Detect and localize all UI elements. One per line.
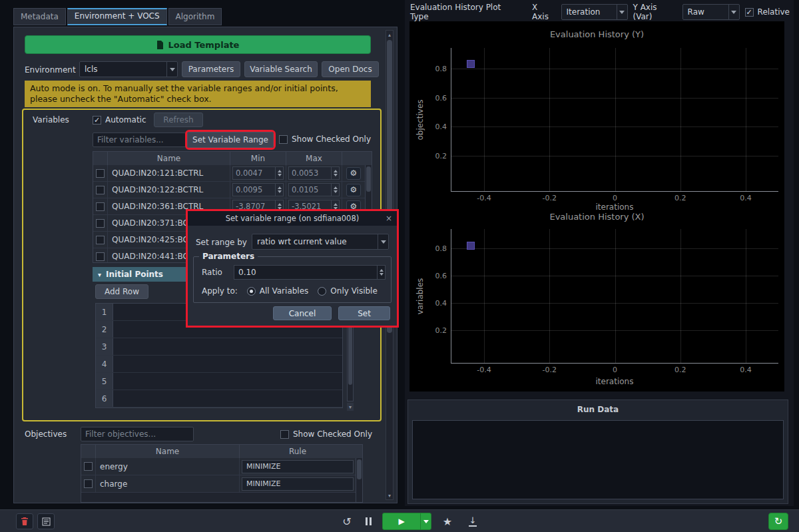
parameters-groupbox: Parameters Ratio Apply to: All Variables… [193, 256, 392, 303]
bottom-toolbar: ↺ ▶ ★ ↓ ↻ [0, 509, 799, 532]
spinner-buttons[interactable] [377, 266, 385, 279]
filter-variables-input[interactable] [93, 133, 194, 147]
favorite-button[interactable]: ★ [439, 513, 455, 529]
variables-row[interactable]: QUAD:IN20:122:BCTRL 0.0095 0.0105 ⚙ [93, 182, 372, 198]
row-checkbox[interactable] [96, 202, 105, 211]
spin-down-icon[interactable] [278, 190, 282, 193]
add-row-button[interactable]: Add Row [95, 284, 148, 299]
ratio-input[interactable] [234, 266, 377, 279]
set-range-by-select[interactable]: ratio wrt current value [252, 234, 389, 250]
environment-select[interactable]: lcls [79, 61, 178, 77]
initial-point-cell[interactable] [113, 338, 342, 355]
rule-select[interactable]: MINIMIZE [242, 477, 354, 491]
pause-button[interactable] [361, 513, 376, 529]
sync-icon: ↻ [774, 515, 783, 527]
scroll-up-arrow[interactable]: ▴ [386, 31, 393, 39]
environment-value: lcls [80, 62, 166, 77]
initial-point-cell[interactable] [113, 356, 342, 372]
spin-up-icon[interactable] [380, 269, 384, 272]
initial-point-cell[interactable] [113, 390, 342, 407]
max-spinbox[interactable]: 0.0105 [288, 183, 340, 196]
set-button[interactable]: Set [338, 306, 390, 320]
delete-run-button[interactable] [16, 513, 33, 529]
load-template-button[interactable]: Load Template [25, 35, 371, 54]
spin-down-icon[interactable] [278, 174, 282, 176]
cancel-button[interactable]: Cancel [273, 306, 332, 320]
row-checkbox[interactable] [96, 236, 105, 244]
spin-up-icon[interactable] [278, 186, 282, 189]
row-checkbox[interactable] [96, 186, 105, 194]
row-checkbox[interactable] [96, 169, 105, 178]
spin-down-icon[interactable] [334, 174, 338, 176]
logbook-button[interactable] [37, 513, 55, 529]
spin-up-icon[interactable] [278, 170, 282, 172]
y-axis-select[interactable]: Raw [682, 4, 740, 20]
initial-points-row[interactable]: 5 [96, 373, 342, 390]
spinner-buttons[interactable] [331, 167, 339, 179]
spin-down-icon[interactable] [334, 190, 338, 193]
relative-checkbox[interactable]: ✓ [745, 8, 754, 17]
spin-up-icon[interactable] [278, 203, 282, 206]
scroll-down-arrow[interactable]: ▾ [386, 491, 393, 499]
variable-settings-button[interactable]: ⚙ [346, 184, 361, 196]
variable-settings-button[interactable]: ⚙ [346, 167, 361, 180]
objectives-table-scrollbar[interactable] [356, 458, 362, 502]
initial-points-row[interactable]: 6 [96, 390, 342, 407]
all-variables-radio[interactable] [247, 287, 256, 296]
filter-objectives-input[interactable] [81, 427, 194, 441]
initial-points-row[interactable]: 3 [96, 338, 342, 356]
automatic-checkbox[interactable]: ✓ [93, 116, 101, 125]
scroll-down-arrow[interactable]: ▾ [347, 403, 354, 411]
show-checked-only-checkbox[interactable] [280, 430, 289, 439]
min-spinbox[interactable]: 0.0095 [232, 183, 284, 196]
tab-algorithm[interactable]: Algorithm [168, 8, 222, 25]
spin-up-icon[interactable] [334, 170, 338, 172]
max-spinbox[interactable]: 0.0053 [288, 166, 340, 180]
gridline-vertical [746, 48, 746, 191]
spinner-buttons[interactable] [275, 184, 283, 196]
set-variable-range-button[interactable]: Set Variable Range [187, 132, 274, 148]
x-axis-select[interactable]: Iteration [561, 4, 628, 20]
objectives-row[interactable]: energy MINIMIZE [81, 458, 362, 475]
tab-metadata[interactable]: Metadata [13, 8, 66, 25]
refresh-button[interactable]: Refresh [154, 113, 203, 127]
open-docs-button[interactable]: Open Docs [322, 61, 379, 77]
min-spinbox[interactable]: 0.0047 [232, 166, 284, 180]
spin-up-icon[interactable] [334, 186, 338, 189]
rule-select[interactable]: MINIMIZE [242, 460, 354, 473]
ratio-spinbox[interactable] [234, 265, 386, 280]
gridline-vertical [680, 229, 681, 363]
tab-bar: Metadata Environment + VOCS Algorithm [13, 8, 222, 25]
spinner-buttons[interactable] [275, 167, 283, 179]
chevron-down-icon [378, 234, 388, 249]
spin-up-icon[interactable] [334, 203, 338, 206]
run-data-section: Run Data [407, 399, 788, 504]
initial-points-row[interactable]: 4 [96, 356, 342, 373]
check-icon: ✓ [746, 9, 752, 16]
objectives-row[interactable]: charge MINIMIZE [81, 475, 362, 493]
sync-button[interactable]: ↻ [768, 513, 788, 530]
close-icon[interactable]: × [386, 211, 392, 226]
run-button[interactable]: ▶ [382, 513, 431, 530]
reset-button[interactable]: ↺ [338, 513, 356, 529]
show-checked-only-label: Show Checked Only [293, 429, 372, 439]
run-options-dropdown[interactable] [420, 513, 431, 529]
row-checkbox[interactable] [96, 252, 105, 261]
initial-point-cell[interactable] [113, 373, 342, 390]
tab-environment-vocs[interactable]: Environment + VOCS [67, 8, 167, 25]
spin-down-icon[interactable] [380, 273, 384, 276]
scrollbar-thumb[interactable] [357, 459, 362, 479]
x-tick-label: -0.4 [477, 194, 491, 202]
jump-to-end-button[interactable]: ↓ [465, 513, 481, 529]
scrollbar-thumb[interactable] [366, 166, 371, 192]
variable-search-button[interactable]: Variable Search [244, 61, 318, 77]
row-checkbox[interactable] [84, 479, 93, 488]
row-checkbox[interactable] [84, 462, 93, 471]
row-checkbox[interactable] [96, 219, 105, 228]
parameters-button[interactable]: Parameters [182, 61, 240, 77]
only-visible-radio[interactable] [318, 287, 326, 296]
variables-row[interactable]: QUAD:IN20:121:BCTRL 0.0047 0.0053 ⚙ [93, 165, 372, 182]
show-checked-only-checkbox[interactable] [279, 135, 288, 144]
spinner-buttons[interactable] [331, 184, 339, 196]
dialog-title-bar[interactable]: Set variable range (on sdfiana008) × [188, 211, 397, 226]
